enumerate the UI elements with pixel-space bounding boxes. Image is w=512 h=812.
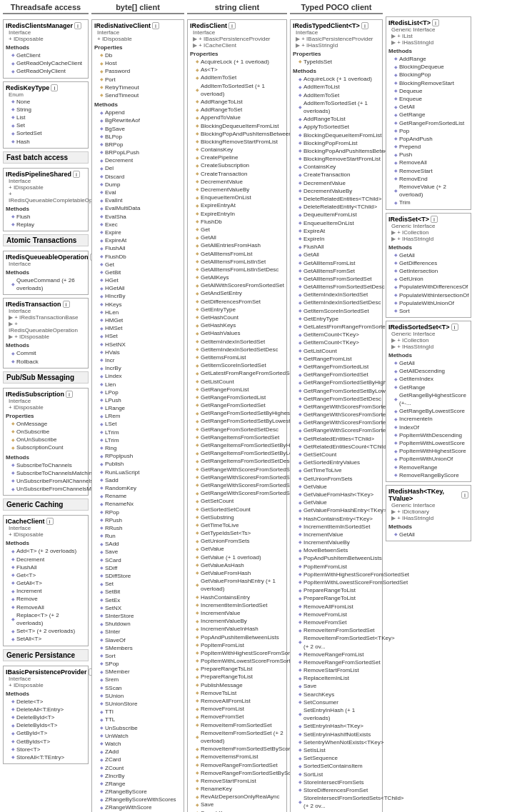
list-item: PopItemWithLowestScoreFromSorted... [190,657,284,665]
list-item: SInter [94,628,181,636]
list-item: ReplaceItemInList [293,674,380,682]
list-item: BlockingRemoveStart [388,79,468,87]
list-item: Rollback [6,358,86,366]
transaction-extends: ▶ + IRedisTransactionBase▶ + IRedisQueue… [6,314,86,340]
box-native-client: IRedisNativeClient i Interface + IDispos… [91,19,184,812]
pipeline-info-icon[interactable]: i [73,171,80,178]
list-item: GetDifferences [388,259,468,267]
list-item: RetryTimeout [94,84,181,91]
persistance-methods: Delete<T>DeleteAll<T:Entry>DeleteById<T>… [6,698,86,762]
hash-t-info-icon[interactable]: i [461,491,468,498]
list-item: RemoveStart [388,167,468,175]
list-item: Del [94,164,181,172]
list-item: AppendToValue [190,114,284,121]
list-item: DecrementValueBy [190,186,284,194]
list-item: Store<T> [6,746,86,753]
pipeline-title: IRedisPipelineShared i [6,171,86,178]
list-item: Sort [388,307,468,315]
redis-list-t-info-icon[interactable]: i [432,19,439,26]
cache-interface: Interface [9,525,86,531]
box-redis-set-t: IRedisSet<T> i Generic Interface ▶ + ICo… [386,213,471,319]
native-info-icon[interactable]: i [152,22,159,29]
list-item: GetRangeFromList [293,355,380,363]
list-item: SubscribeToChannels [6,461,86,469]
extends-item: ▶ + ICollection [391,229,468,236]
list-item: GetSetCount [190,497,284,505]
list-item: Port [94,76,181,84]
list-item: GetBit [94,269,181,276]
redis-client-title: IRedisClient i [190,22,284,29]
list-item: Sort [94,652,181,660]
list-item: DecrementValue [293,179,380,187]
list-item: ContainsKey [190,146,284,154]
queueable-title: IRedisQueueableOperation i [6,254,86,261]
list-item: LPop [94,389,181,396]
sorted-set-t-info-icon[interactable]: i [451,324,458,331]
typed-client-methods: AcquireLock (+ 1 overload)AddItemToListA… [293,75,380,812]
list-item: RemoveValue (+ 2 overload) [388,183,468,199]
list-item: PrepareRangeTsList [190,665,284,673]
key-type-info-icon[interactable]: i [51,84,58,91]
list-item: Expire [94,229,181,236]
list-item: TypeIdsSet [293,58,380,66]
list-item: ZAdd [94,748,181,756]
list-item: RemoveRangeFromList [293,651,380,658]
subscription-info-icon[interactable]: i [66,391,73,398]
redis-client-properties: AcquireLock (+ 1 overload)As<T>AddItemTo… [190,58,284,812]
list-item: GetAll<T> [6,579,86,587]
info-icon[interactable]: i [74,22,81,29]
list-item: IncrementeIn [388,415,468,423]
list-item: HLen [94,309,181,316]
extends-item: ▶ + IDictionary [391,508,468,515]
list-item: HMSet [94,324,181,332]
list-item: HashContainsEntry [190,593,284,601]
persistance-header: Generic Persistance [3,649,89,661]
list-item: PopItemWithHighestScoreFromSorte... [190,649,284,657]
redis-list-t-methods-label: Methods [388,48,468,54]
list-item: SubscribeToChannelsMatching [6,469,86,477]
list-item: RevAlzDepersonOnlyRealAync [190,793,284,801]
list-item: GetById<T> [6,729,86,737]
typed-client-info-icon[interactable]: i [361,22,368,29]
redis-set-t-info-icon[interactable]: i [431,216,438,223]
list-item: EvalSha [94,213,181,221]
list-item: Exec [94,221,181,229]
list-item: EvalInt [94,196,181,204]
list-item: PopAndPushItemBetweenLists [293,554,380,562]
transaction-info-icon[interactable]: i [63,301,70,308]
list-item: RemoveStartFromList [190,777,284,785]
list-item: SortedSetContainsItem [293,762,380,770]
pubsub-properties: OnMessageOnSubscribeOnUnSubscribeSubscri… [6,420,86,452]
pubsub-methods: SubscribeToChannelsSubscribeToChannelsMa… [6,461,86,493]
list-item: UnSubscribeFromChannelsMatch... [6,485,86,493]
cache-info-icon[interactable]: i [46,518,54,525]
list-item: ZRange [94,780,181,788]
list-item: GetItemIndexInSortedSet [293,291,380,299]
list-item: LTrim [94,436,181,444]
list-item: RemoveFromSet [190,713,284,721]
list-item: StoreIntersectFromSets [293,778,380,786]
list-item: BLPop [94,133,181,141]
list-item: RemoveItemsFromList [190,753,284,761]
list-item: IncrementValueBy [293,538,380,546]
list-item: BlockingDequeue [388,63,468,71]
subscription-title: IRedisSubscription i [6,391,86,398]
list-item: AddItemToSortedSet (+ 1 overload) [190,82,284,98]
list-item: Decrement [6,556,86,563]
list-item: GetUnionFromSets [190,537,284,545]
list-item: SUnionStore [94,700,181,708]
list-item: Set [6,121,86,129]
list-item: RemoveItemFromSortedSet [190,721,284,729]
box-key-type: RedisKeyType i Enum NoneStringListSetSor… [3,81,89,149]
pubsub-header: Pub/Sub Messaging [3,371,89,384]
list-item: Trim [388,199,468,206]
native-props-label: Properties [94,44,181,51]
redis-list-t-extends: ▶ + IList▶ + IHasStringId [388,33,468,46]
list-item: GetRangeByLowestScore [388,407,468,415]
list-item: IncrBy [94,364,181,372]
main-container: Threadsafe access IRedisClientsManager i… [0,0,512,812]
list-item: SDiff [94,564,181,572]
redis-client-info-icon[interactable]: i [229,22,236,29]
hash-t-methods-label: Methods [388,523,468,530]
list-item: GetIntersection [388,267,468,275]
